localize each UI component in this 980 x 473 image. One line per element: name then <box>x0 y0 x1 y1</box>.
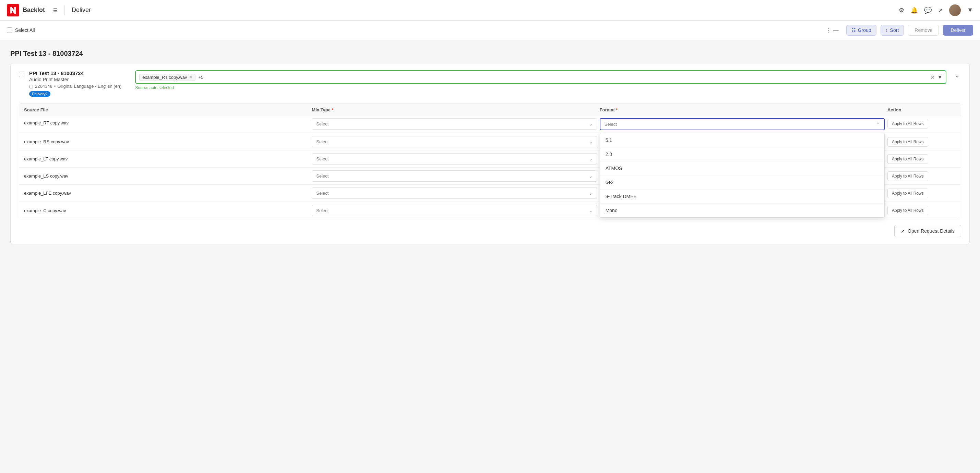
col-action-header: Action <box>888 107 956 113</box>
source-clear-icon[interactable]: ✕ <box>930 74 935 81</box>
deliver-button[interactable]: Deliver <box>943 25 973 36</box>
asset-id-separator: • <box>54 84 56 89</box>
remove-button[interactable]: Remove <box>908 25 939 36</box>
card-meta: PPI Test 13 - 81003724 Audio Print Maste… <box>29 70 121 97</box>
source-chip-close-icon[interactable]: ✕ <box>189 75 192 79</box>
mix-caret-icon-4: ⌄ <box>589 190 592 196</box>
settings-icon[interactable]: ⚙ <box>899 6 904 14</box>
mix-caret-icon-0: ⌄ <box>589 121 592 127</box>
mix-select-label-3: Select <box>316 173 328 179</box>
mix-select-5[interactable]: Select ⌄ <box>312 205 597 216</box>
mix-select-3[interactable]: Select ⌄ <box>312 170 597 182</box>
card-header-left: PPI Test 13 - 81003724 Audio Print Maste… <box>19 70 121 97</box>
col-mix-header: Mix Type <box>312 107 600 113</box>
cell-action-0: Apply to All Rows <box>888 116 956 130</box>
nav-right: ⚙ 🔔 💬 ➚ ▼ <box>899 5 973 16</box>
cell-action-2: Apply to All Rows <box>888 152 956 166</box>
format-select-0[interactable]: Select ⌃ <box>600 118 885 130</box>
group-button[interactable]: ☷ Group <box>846 25 877 36</box>
netflix-logo[interactable] <box>7 4 19 16</box>
card-expand-icon[interactable]: ⌄ <box>953 70 961 81</box>
card-asset-id: ▢ 2204348 • Original Language - English … <box>29 84 121 89</box>
mix-select-label-2: Select <box>316 156 328 162</box>
app-name: Backlot <box>22 6 45 14</box>
format-caret-icon-0: ⌃ <box>876 122 880 127</box>
mix-select-4[interactable]: Select ⌄ <box>312 187 597 199</box>
avatar-image <box>949 5 961 16</box>
avatar[interactable] <box>949 5 961 16</box>
card-header: PPI Test 13 - 81003724 Audio Print Maste… <box>19 70 961 97</box>
select-all-checkbox[interactable] <box>7 27 12 33</box>
bell-icon[interactable]: 🔔 <box>910 6 918 14</box>
format-option-62[interactable]: 6+2 <box>600 176 885 190</box>
mix-select-2[interactable]: Select ⌄ <box>312 153 597 165</box>
source-count: +5 <box>198 75 203 80</box>
select-all-wrap: Select All <box>7 27 35 33</box>
sort-icon: ↕ <box>886 27 888 33</box>
top-nav: Backlot ☰ Deliver ⚙ 🔔 💬 ➚ ▼ <box>0 0 980 21</box>
format-option-20[interactable]: 2.0 <box>600 148 885 162</box>
cell-source-2: example_LT copy.wav <box>24 152 312 165</box>
apply-all-rows-0[interactable]: Apply to All Rows <box>888 119 928 129</box>
cell-action-1: Apply to All Rows <box>888 135 956 149</box>
col-format-header: Format <box>600 107 888 113</box>
cell-source-4: example_LFE copy.wav <box>24 186 312 200</box>
hamburger-icon[interactable]: ☰ <box>53 8 57 13</box>
card-subtitle: Audio Print Master <box>29 77 121 82</box>
card-title: PPI Test 13 - 81003724 <box>29 70 121 76</box>
apply-all-rows-3[interactable]: Apply to All Rows <box>888 171 928 181</box>
cell-action-4: Apply to All Rows <box>888 186 956 200</box>
format-option-8track[interactable]: 8-Track DMEE <box>600 190 885 203</box>
remove-label: Remove <box>915 27 932 33</box>
cell-source-3: example_LS copy.wav <box>24 169 312 183</box>
open-request-icon: ➚ <box>901 228 905 234</box>
format-dropdown: 5.1 2.0 ATMOS 6+2 8-Track DMEE Mono <box>600 133 885 217</box>
format-col-0: Select ⌃ 5.1 2.0 ATMOS 6+2 8-Track DMEE … <box>600 116 888 132</box>
logo-group: Backlot ☰ <box>7 4 57 16</box>
cell-source-1: example_RS copy.wav <box>24 135 312 148</box>
format-option-atmos[interactable]: ATMOS <box>600 162 885 176</box>
asset-id-extra: Original Language - English (en) <box>57 84 121 89</box>
apply-all-rows-1[interactable]: Apply to All Rows <box>888 137 928 147</box>
toolbar: Select All ⋮ — ☷ Group ↕ Sort Remove Del… <box>0 21 980 40</box>
format-select-label-0: Select <box>605 122 617 127</box>
card: PPI Test 13 - 81003724 Audio Print Maste… <box>10 63 970 244</box>
format-option-mono[interactable]: Mono <box>600 203 885 217</box>
sort-button[interactable]: ↕ Sort <box>881 25 904 36</box>
mix-select-0[interactable]: Select ⌄ <box>312 118 597 130</box>
mix-select-label-5: Select <box>316 208 328 213</box>
apply-all-rows-5[interactable]: Apply to All Rows <box>888 206 928 215</box>
delivery-badge: Delivery2 <box>29 91 50 97</box>
apply-all-rows-4[interactable]: Apply to All Rows <box>888 189 928 198</box>
source-caret-icon[interactable]: ▼ <box>937 75 942 80</box>
mix-select-1[interactable]: Select ⌄ <box>312 136 597 148</box>
source-selector[interactable]: example_RT copy.wav ✕ +5 ✕ ▼ <box>135 70 947 84</box>
group-label: Group <box>858 27 871 33</box>
col-source-header: Source File <box>24 107 312 113</box>
cell-action-3: Apply to All Rows <box>888 169 956 183</box>
sort-label: Sort <box>890 27 899 33</box>
mix-select-label-1: Select <box>316 139 328 144</box>
nav-divider <box>64 5 65 16</box>
open-request-button[interactable]: ➚ Open Request Details <box>894 225 961 237</box>
mix-caret-icon-3: ⌄ <box>589 173 592 179</box>
format-option-51[interactable]: 5.1 <box>600 133 885 148</box>
asset-id-icon: ▢ <box>29 84 33 89</box>
source-chip: example_RT copy.wav ✕ <box>139 74 196 81</box>
mix-select-label-4: Select <box>316 190 328 196</box>
filter-icon[interactable]: ⋮ — <box>822 25 842 36</box>
card-checkbox[interactable] <box>19 71 24 77</box>
mix-caret-icon-2: ⌄ <box>589 156 592 162</box>
cell-source-0: example_RT copy.wav <box>24 116 312 130</box>
chat-icon[interactable]: 💬 <box>924 6 932 14</box>
mix-select-label-0: Select <box>316 121 328 127</box>
data-table: Source File Mix Type Format Action examp… <box>19 103 961 219</box>
main-content: PPI Test 13 - 81003724 PPI Test 13 - 810… <box>0 40 980 254</box>
apply-all-rows-2[interactable]: Apply to All Rows <box>888 154 928 164</box>
table-row: example_RT copy.wav Select ⌄ Select ⌃ 5.… <box>19 116 961 133</box>
open-request-row: ➚ Open Request Details <box>19 219 961 237</box>
cell-source-5: example_C copy.wav <box>24 204 312 217</box>
external-link-icon[interactable]: ➚ <box>938 6 943 14</box>
avatar-caret-icon[interactable]: ▼ <box>967 6 973 14</box>
cell-action-5: Apply to All Rows <box>888 203 956 217</box>
